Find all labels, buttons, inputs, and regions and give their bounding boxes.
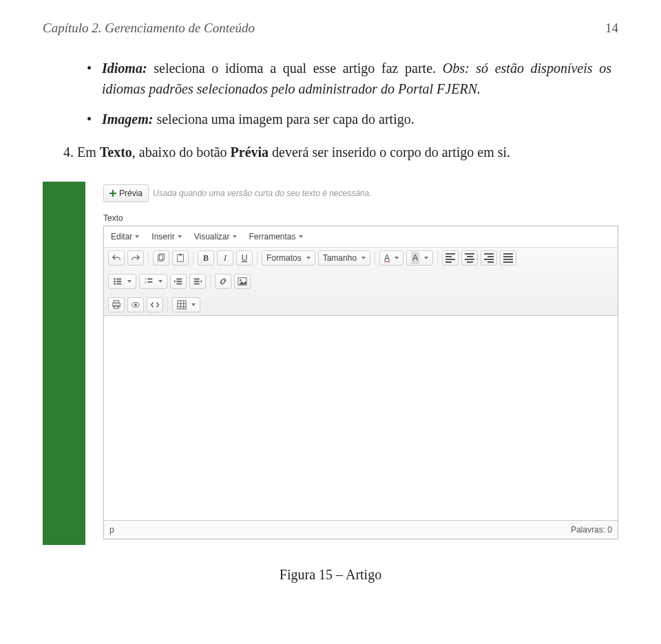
plus-icon (109, 190, 116, 197)
page-header: Capítulo 2. Gerenciamento de Conteúdo 14 (43, 21, 618, 36)
copy-button[interactable] (153, 250, 169, 266)
code-button[interactable] (147, 297, 163, 312)
num4-previa: Prévia (231, 144, 269, 160)
chevron-down-icon (361, 257, 366, 259)
menubar: Editar Inserir Visualizar Ferramentas (104, 226, 618, 248)
numbered-item-4: 4. Em Texto, abaixo do botão Prévia deve… (63, 142, 611, 162)
status-path: p (109, 524, 114, 536)
menu-visualizar[interactable]: Visualizar (194, 230, 237, 243)
underline-button[interactable]: U (236, 250, 253, 266)
num4-mid: , abaixo do botão (132, 144, 231, 160)
label-idioma: Idioma: (102, 61, 147, 76)
paste-button[interactable] (172, 250, 189, 266)
svg-rect-8 (116, 281, 121, 282)
label-imagem: Imagem: (102, 111, 153, 127)
print-button[interactable] (108, 297, 125, 312)
svg-point-4 (114, 278, 116, 280)
bullet-idioma: Idioma: seleciona o idioma a qual esse a… (87, 58, 611, 99)
separator (210, 275, 211, 288)
sidebar-strip (43, 182, 85, 545)
num4-post: deverá ser inserido o corpo do artigo em… (269, 144, 510, 160)
text-imagem: seleciona uma imagem para ser capa do ar… (153, 111, 414, 127)
link-button[interactable] (215, 274, 231, 289)
chevron-down-icon (178, 235, 182, 238)
previa-hint: Usada quando uma versão curta do seu tex… (153, 187, 372, 200)
undo-button[interactable] (108, 250, 125, 266)
chevron-down-icon (158, 280, 162, 283)
preview-button[interactable] (127, 297, 144, 312)
highlight-select[interactable]: A (406, 250, 433, 266)
separator (167, 298, 168, 312)
bullet-list-button[interactable] (108, 274, 136, 289)
bullet-imagem: Imagem: seleciona uma imagem para ser ca… (87, 109, 611, 129)
svg-rect-9 (116, 283, 121, 285)
italic-button[interactable]: I (217, 250, 233, 266)
svg-rect-17 (194, 279, 200, 280)
svg-rect-22 (114, 301, 119, 303)
svg-rect-7 (116, 279, 121, 280)
chevron-down-icon (306, 257, 311, 259)
separator (257, 251, 258, 265)
text-idioma: seleciona o idioma a qual esse artigo fa… (147, 61, 443, 76)
chevron-down-icon (191, 303, 196, 306)
chevron-down-icon (127, 280, 132, 283)
outdent-button[interactable] (170, 274, 187, 289)
svg-rect-14 (176, 279, 182, 280)
numbered-list-button[interactable]: 12 (139, 274, 167, 289)
svg-rect-19 (194, 283, 200, 285)
page-number: 14 (605, 21, 618, 36)
num4-pre: Em (77, 144, 100, 160)
previa-button[interactable]: Prévia (103, 184, 149, 202)
menu-inserir[interactable]: Inserir (151, 230, 181, 243)
status-bar: p Palavras: 0 (104, 520, 618, 539)
menu-ferramentas[interactable]: Ferramentas (249, 230, 303, 243)
chevron-down-icon (299, 235, 303, 238)
svg-point-21 (240, 279, 242, 281)
editor-canvas[interactable] (104, 316, 618, 520)
align-justify-button[interactable] (500, 250, 516, 266)
svg-rect-16 (176, 283, 182, 285)
separator (437, 251, 438, 265)
separator (375, 251, 375, 265)
svg-point-5 (114, 281, 116, 283)
svg-text:2: 2 (145, 281, 147, 284)
separator (193, 251, 193, 265)
content-body: Idioma: seleciona o idioma a qual esse a… (43, 58, 618, 585)
previa-row: Prévia Usada quando uma versão curta do … (103, 182, 618, 208)
editor-screenshot: Prévia Usada quando uma versão curta do … (43, 182, 618, 545)
svg-point-26 (134, 303, 137, 306)
svg-rect-18 (194, 281, 200, 282)
indent-button[interactable] (189, 274, 206, 289)
previa-button-label: Prévia (119, 187, 143, 200)
chevron-down-icon (135, 235, 139, 238)
menu-editar[interactable]: Editar (111, 230, 139, 243)
formats-select[interactable]: Formatos (262, 250, 315, 266)
chapter-title: Capítulo 2. Gerenciamento de Conteúdo (43, 21, 255, 36)
image-button[interactable] (234, 274, 251, 289)
align-left-button[interactable] (442, 250, 459, 266)
figure-caption: Figura 15 – Artigo (43, 564, 618, 585)
chevron-down-icon (395, 257, 399, 259)
align-right-button[interactable] (481, 250, 497, 266)
editor-box: Editar Inserir Visualizar Ferramentas B … (103, 226, 618, 539)
texto-label: Texto (103, 212, 618, 224)
svg-rect-15 (176, 281, 182, 282)
size-select[interactable]: Tamanho (318, 250, 370, 266)
num-4: 4. (63, 144, 74, 160)
editor-area: Prévia Usada quando uma versão curta do … (103, 182, 618, 545)
chevron-down-icon (424, 257, 428, 259)
table-button[interactable] (172, 297, 200, 312)
redo-button[interactable] (127, 250, 144, 266)
status-words: Palavras: 0 (571, 524, 612, 536)
separator (148, 251, 149, 265)
svg-rect-13 (147, 281, 152, 283)
fontcolor-select[interactable]: A (379, 250, 403, 266)
num4-texto: Texto (100, 144, 132, 160)
svg-rect-12 (147, 279, 152, 280)
bold-button[interactable]: B (198, 250, 214, 266)
toolbar: B I U Formatos Tamanho A A (104, 248, 618, 316)
svg-rect-3 (179, 254, 182, 256)
chevron-down-icon (233, 235, 237, 238)
svg-rect-27 (178, 301, 186, 309)
align-center-button[interactable] (461, 250, 478, 266)
